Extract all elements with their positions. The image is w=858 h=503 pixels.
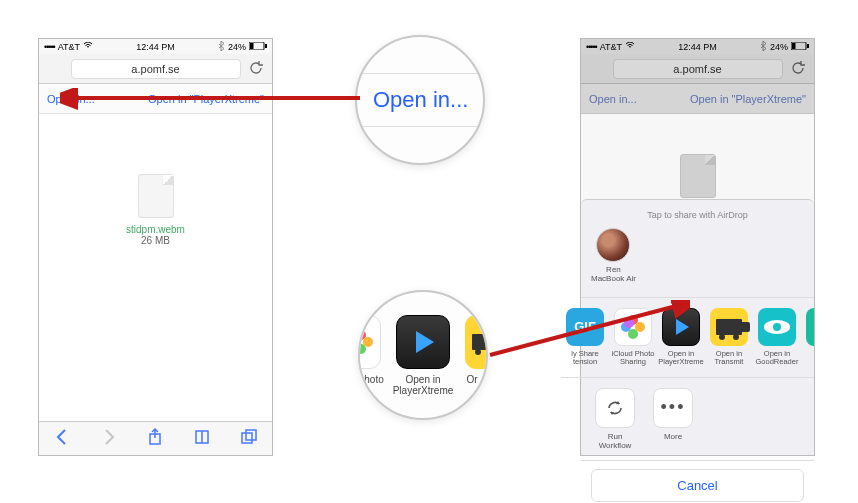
url-field[interactable]: a.pomf.se bbox=[613, 59, 783, 79]
status-bar: ••••• AT&T 12:44 PM 24% bbox=[39, 39, 272, 54]
safari-toolbar bbox=[39, 421, 272, 455]
status-bar: ••••• AT&T 12:44 PM 24% bbox=[581, 39, 814, 54]
battery-icon bbox=[249, 42, 267, 52]
file-icon bbox=[680, 154, 716, 198]
svg-rect-8 bbox=[807, 44, 809, 48]
mag-left-item: hoto bbox=[359, 315, 389, 385]
url-bar: a.pomf.se bbox=[581, 54, 814, 84]
file-icon bbox=[138, 174, 174, 218]
svg-rect-7 bbox=[792, 43, 796, 49]
share-app-2[interactable]: Open inPlayerXtreme bbox=[657, 308, 705, 367]
file-preview: stidpm.webm 26 MB bbox=[39, 174, 272, 246]
share-apps-row[interactable]: GIFly SharetensioniCloud PhotoSharingOpe… bbox=[561, 298, 814, 378]
dimmed-background: ••••• AT&T 12:44 PM 24% a.pomf.se Open i… bbox=[581, 39, 814, 226]
airdrop-name: Ren bbox=[591, 265, 636, 274]
mag-open-in-text: Open in... bbox=[373, 87, 468, 113]
url-bar: a.pomf.se bbox=[39, 54, 272, 84]
share-app-1[interactable]: iCloud PhotoSharing bbox=[609, 308, 657, 367]
magnifier-open-in: Open in... bbox=[355, 35, 485, 165]
battery-label: 24% bbox=[770, 42, 788, 52]
phone-safari: ••••• AT&T 12:44 PM 24% a.pomf.se Open i… bbox=[38, 38, 273, 456]
bluetooth-icon bbox=[218, 41, 225, 53]
share-app-4[interactable]: Open inGoodReader bbox=[753, 308, 801, 367]
carrier-label: AT&T bbox=[58, 42, 80, 52]
magnifier-playerxtreme: hoto Open in PlayerXtreme Or bbox=[358, 290, 488, 420]
share-app-0[interactable]: GIFly Sharetension bbox=[561, 308, 609, 367]
bluetooth-icon bbox=[760, 41, 767, 53]
open-in-bar: Open in... Open in "PlayerXtreme" bbox=[581, 84, 814, 114]
svg-rect-5 bbox=[246, 430, 256, 440]
wifi-icon bbox=[83, 42, 93, 52]
refresh-icon[interactable] bbox=[790, 60, 806, 76]
forward-icon[interactable] bbox=[99, 427, 119, 451]
open-in-bar: Open in... Open in "PlayerXtreme" bbox=[39, 84, 272, 114]
file-name: stidpm.webm bbox=[39, 224, 272, 235]
time-label: 12:44 PM bbox=[678, 42, 717, 52]
refresh-icon[interactable] bbox=[248, 60, 264, 76]
signal-dots-icon: ••••• bbox=[44, 42, 55, 52]
svg-rect-2 bbox=[265, 44, 267, 48]
wifi-icon bbox=[625, 42, 635, 52]
share-action-0[interactable]: RunWorkflow bbox=[591, 388, 639, 450]
bookmarks-icon[interactable] bbox=[192, 427, 212, 451]
svg-rect-4 bbox=[242, 433, 252, 443]
airdrop-person[interactable]: Ren MacBook Air bbox=[591, 228, 636, 283]
phone-share-sheet: ••••• AT&T 12:44 PM 24% a.pomf.se Open i… bbox=[580, 38, 815, 456]
carrier-label: AT&T bbox=[600, 42, 622, 52]
share-actions-row[interactable]: RunWorkflow•••More bbox=[581, 378, 814, 461]
open-in-app-link[interactable]: Open in "PlayerXtreme" bbox=[690, 93, 806, 105]
mag-center-item: Open in PlayerXtreme bbox=[389, 315, 457, 396]
url-field[interactable]: a.pomf.se bbox=[71, 59, 241, 79]
back-icon[interactable] bbox=[52, 427, 72, 451]
signal-dots-icon: ••••• bbox=[586, 42, 597, 52]
open-in-link[interactable]: Open in... bbox=[589, 93, 637, 105]
share-sheet: Tap to share with AirDrop Ren MacBook Ai… bbox=[581, 199, 814, 455]
mag-right-item: Or bbox=[457, 315, 487, 385]
share-app-3[interactable]: Open inTransmit bbox=[705, 308, 753, 367]
cancel-button[interactable]: Cancel bbox=[591, 469, 804, 502]
airdrop-row: Ren MacBook Air bbox=[581, 228, 814, 298]
share-icon[interactable] bbox=[145, 427, 165, 451]
open-in-app-link[interactable]: Open in "PlayerXtreme" bbox=[148, 93, 264, 105]
avatar-icon bbox=[596, 228, 630, 262]
file-size: 26 MB bbox=[39, 235, 272, 246]
share-action-1[interactable]: •••More bbox=[649, 388, 697, 450]
battery-icon bbox=[791, 42, 809, 52]
airdrop-title: Tap to share with AirDrop bbox=[581, 206, 814, 228]
battery-label: 24% bbox=[228, 42, 246, 52]
time-label: 12:44 PM bbox=[136, 42, 175, 52]
share-app-5[interactable]: C bbox=[801, 308, 814, 367]
open-in-link[interactable]: Open in... bbox=[47, 93, 95, 105]
svg-rect-1 bbox=[250, 43, 254, 49]
tabs-icon[interactable] bbox=[239, 427, 259, 451]
airdrop-device: MacBook Air bbox=[591, 274, 636, 283]
